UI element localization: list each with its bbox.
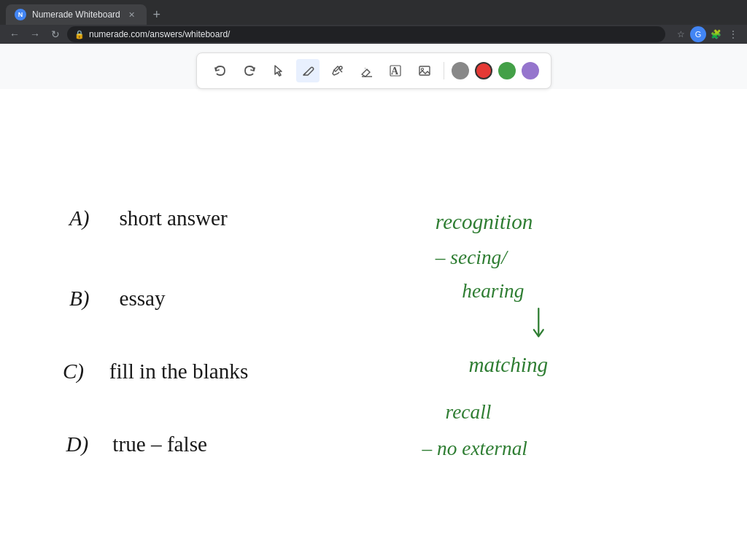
- svg-text:– secing/: – secing/: [435, 246, 508, 268]
- color-purple[interactable]: [522, 62, 539, 79]
- svg-text:fill  in  the  blanks: fill in the blanks: [109, 359, 249, 383]
- tab-close-button[interactable]: ✕: [126, 9, 138, 20]
- svg-rect-4: [419, 66, 430, 75]
- tab-title: Numerade Whiteboard: [32, 9, 120, 20]
- select-button[interactable]: [267, 59, 290, 82]
- browser-chrome: N Numerade Whiteboard ✕ + ← → ↻ 🔒 numera…: [0, 0, 747, 44]
- svg-text:C): C): [63, 359, 84, 384]
- browser-actions: ☆ G 🧩 ⋮: [673, 26, 741, 42]
- tab-bar: N Numerade Whiteboard ✕ +: [0, 0, 747, 25]
- svg-text:A): A): [68, 206, 90, 230]
- forward-button[interactable]: →: [26, 26, 44, 43]
- page-content: A A) short answer: [0, 44, 747, 560]
- handwriting-layer: A) short answer B) essay C) fill in the …: [0, 89, 747, 560]
- whiteboard-canvas[interactable]: A) short answer B) essay C) fill in the …: [0, 89, 747, 560]
- whiteboard-toolbar: A: [196, 52, 551, 89]
- profile-avatar[interactable]: G: [690, 26, 706, 42]
- undo-button[interactable]: [209, 59, 232, 82]
- eraser-button[interactable]: [355, 59, 378, 82]
- svg-text:true – false: true – false: [112, 432, 207, 456]
- toolbar-divider: [444, 62, 444, 79]
- color-gray[interactable]: [452, 62, 469, 79]
- tab-favicon: N: [15, 9, 26, 20]
- redo-button[interactable]: [238, 59, 261, 82]
- svg-text:recognition: recognition: [436, 210, 533, 233]
- active-tab[interactable]: N Numerade Whiteboard ✕: [6, 4, 147, 25]
- svg-text:A: A: [391, 66, 399, 77]
- tools-button[interactable]: [325, 59, 349, 82]
- svg-text:– no  external: – no external: [422, 438, 527, 459]
- svg-text:recall: recall: [446, 401, 492, 423]
- svg-text:matching: matching: [468, 353, 548, 376]
- pen-button[interactable]: [296, 59, 320, 82]
- url-text: numerade.com/answers/whiteboard/: [89, 29, 658, 39]
- new-tab-button[interactable]: +: [147, 4, 167, 25]
- color-red[interactable]: [475, 62, 492, 79]
- svg-text:D): D): [65, 432, 88, 456]
- whiteboard-area[interactable]: A) short answer B) essay C) fill in the …: [0, 89, 747, 560]
- svg-text:hearing: hearing: [462, 280, 524, 302]
- extensions-button[interactable]: 🧩: [708, 26, 724, 42]
- url-bar[interactable]: 🔒 numerade.com/answers/whiteboard/: [67, 26, 665, 42]
- color-green[interactable]: [498, 62, 516, 79]
- back-button[interactable]: ←: [6, 26, 23, 43]
- text-button[interactable]: A: [384, 59, 407, 82]
- svg-text:essay: essay: [119, 287, 166, 310]
- refresh-button[interactable]: ↻: [47, 26, 64, 43]
- svg-text:short  answer: short answer: [119, 206, 228, 230]
- lock-icon: 🔒: [74, 30, 85, 39]
- address-bar: ← → ↻ 🔒 numerade.com/answers/whiteboard/…: [0, 25, 747, 44]
- svg-text:B): B): [69, 287, 90, 311]
- image-button[interactable]: [413, 59, 436, 82]
- menu-button[interactable]: ⋮: [725, 26, 741, 42]
- star-button[interactable]: ☆: [673, 26, 689, 42]
- svg-point-0: [339, 66, 342, 69]
